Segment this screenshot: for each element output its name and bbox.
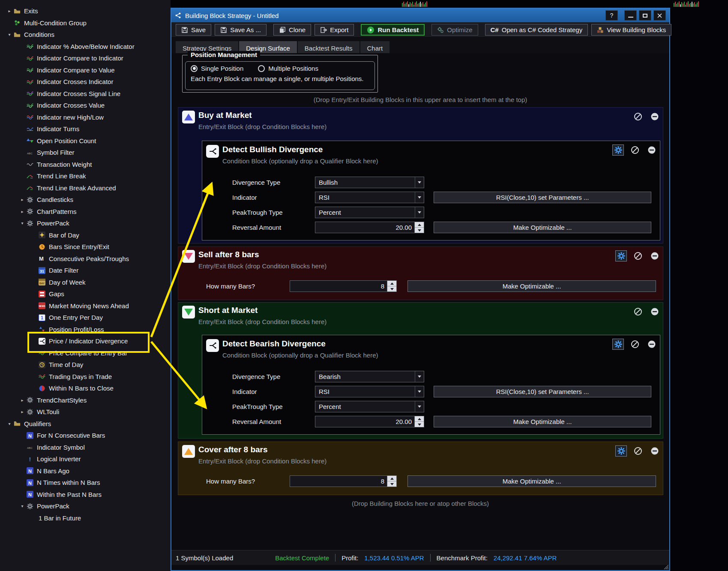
tree-item-within-n-bars-to-close[interactable]: Within N Bars to Close (0, 382, 171, 394)
spinner-down-icon[interactable] (387, 481, 396, 487)
view-building-blocks-button[interactable]: View Building Blocks (591, 24, 671, 36)
remove-block-button[interactable] (649, 306, 660, 317)
spinner-up-icon[interactable] (387, 281, 396, 286)
tree-item-day-of-week[interactable]: DAYDay of Week (0, 276, 171, 289)
tree-item-trend-line-break-advanced[interactable]: Trend Line Break Advanced (0, 182, 171, 194)
expand-arrow-icon[interactable]: ▸ (19, 409, 26, 414)
tree-item-time-of-day[interactable]: Time of Day (0, 359, 171, 371)
tree-item-price-compare-to-entry-bar[interactable]: Price Compare to Entry Bar (0, 347, 171, 359)
tree-item-indicator-above-below-indicator[interactable]: Indicator % Above/Below Indicator (0, 41, 171, 53)
settings-gear-button[interactable] (615, 445, 627, 457)
multiple-positions-radio[interactable] (258, 65, 265, 72)
remove-block-button[interactable] (649, 445, 660, 457)
tree-item-n-times-within-n-bars[interactable]: NN Times within N Bars (0, 477, 171, 489)
set-parameters-button[interactable]: RSI(Close,10) set Parameters ... (434, 386, 651, 397)
entry-block-buy-at-market[interactable]: Buy at Market Entry/Exit Block (drop Con… (178, 107, 663, 243)
tree-item-indicator-crosses-signal-line[interactable]: Indicator Crosses Signal Line (0, 88, 171, 100)
collapse-arrow-icon[interactable]: ▾ (19, 504, 26, 508)
tree-item-n-bars-ago[interactable]: NN Bars Ago (0, 465, 171, 477)
help-button[interactable]: ? (605, 10, 618, 21)
collapse-arrow-icon[interactable]: ▾ (6, 421, 13, 426)
indicator-select[interactable]: RSI (315, 192, 424, 203)
tree-item-symbol-filter[interactable]: ABCSymbol Filter (0, 147, 171, 159)
spinner-down-icon[interactable] (415, 228, 424, 233)
spinner-up-icon[interactable] (387, 476, 396, 481)
window-titlebar[interactable]: Building Block Strategy - Untitled ? (171, 9, 669, 22)
expand-arrow-icon[interactable]: ▸ (19, 197, 26, 202)
settings-gear-button[interactable] (612, 339, 624, 350)
tree-item-open-position-count[interactable]: Open Position Count (0, 135, 171, 147)
tree-item-indicator-compare-to-value[interactable]: Indicator Compare to Value (0, 64, 171, 76)
make-optimizable-button[interactable]: Make Optimizable ... (434, 222, 651, 233)
tree-item-exits[interactable]: ▸Exits (0, 5, 171, 17)
remove-condition-button[interactable] (646, 339, 657, 350)
tree-item-position-profit-loss[interactable]: Position Profit/Loss (0, 324, 171, 336)
disable-block-button[interactable] (632, 306, 644, 317)
disable-block-button[interactable] (632, 111, 644, 122)
bars-count-input[interactable]: 8 (290, 475, 397, 487)
tree-item-trading-days-in-trade[interactable]: Trading Days in Trade (0, 371, 171, 383)
clone-button[interactable]: Clone (273, 24, 311, 36)
tree-item-bar-of-day[interactable]: Bar of Day (0, 229, 171, 241)
condition-block-detect-bearish-divergence[interactable]: Detect Bearish Divergence Condition Bloc… (202, 335, 660, 435)
tree-item-powerpack[interactable]: ▾PowerPack (0, 500, 171, 512)
tree-item-powerpack[interactable]: ▾PowerPack (0, 217, 171, 229)
indicator-select[interactable]: RSI (315, 386, 424, 397)
make-optimizable-button[interactable]: Make Optimizable ... (407, 475, 656, 487)
spinner[interactable] (387, 281, 396, 292)
export-button[interactable]: Export (315, 24, 354, 36)
tree-item-within-the-past-n-bars[interactable]: NWithin the Past N Bars (0, 489, 171, 501)
spinner[interactable] (414, 416, 424, 427)
tree-item-transaction-weight[interactable]: Transaction Weight (0, 159, 171, 171)
run-backtest-button[interactable]: Run Backtest (361, 24, 425, 36)
tree-item-market-moving-news-ahead[interactable]: NEWSMarket Moving News Ahead (0, 300, 171, 312)
open-csharp-button[interactable]: C# Open as C# Coded Strategy (485, 24, 588, 36)
tree-item-1-bar-in-future[interactable]: 1 Bar in Future (0, 512, 171, 524)
expand-arrow-icon[interactable]: ▸ (6, 9, 13, 13)
make-optimizable-button[interactable]: Make Optimizable ... (407, 280, 656, 292)
single-position-radio[interactable] (191, 65, 198, 72)
bars-count-input[interactable]: 8 (290, 280, 397, 292)
set-parameters-button[interactable]: RSI(Close,10) set Parameters ... (434, 192, 651, 203)
tree-item-indicator-symbol[interactable]: ABCIndicator Symbol (0, 442, 171, 454)
spinner-down-icon[interactable] (387, 286, 396, 292)
spinner-down-icon[interactable] (415, 422, 424, 427)
entry-block-short-at-market[interactable]: Short at Market Entry/Exit Block (drop C… (178, 302, 663, 439)
peaktrough-type-select[interactable]: Percent (315, 207, 424, 218)
spinner-up-icon[interactable] (415, 416, 424, 422)
spinner-up-icon[interactable] (415, 222, 424, 228)
save-button[interactable]: Save (176, 24, 211, 36)
tree-item-gaps[interactable]: Gaps (0, 288, 171, 300)
reversal-amount-input[interactable]: 20.00 (315, 222, 424, 233)
exit-block-cover-after-8-bars[interactable]: Cover after 8 bars Entry/Exit Block (dro… (178, 442, 663, 495)
tree-item-trend-line-break[interactable]: Trend Line Break (0, 170, 171, 182)
collapse-arrow-icon[interactable]: ▾ (19, 221, 26, 225)
tree-item-qualifiers[interactable]: ▾Qualifiers (0, 418, 171, 430)
divergence-type-select[interactable]: Bearish (315, 371, 424, 382)
remove-condition-button[interactable] (646, 144, 657, 156)
disable-condition-button[interactable] (629, 144, 641, 156)
expand-arrow-icon[interactable]: ▸ (19, 398, 26, 403)
disable-block-button[interactable] (632, 445, 644, 457)
divergence-type-select[interactable]: Bullish (315, 177, 424, 188)
maximize-button[interactable] (639, 10, 651, 21)
tree-item-candlesticks[interactable]: ▸Candlesticks (0, 194, 171, 206)
save-as-button[interactable]: Save As ... (215, 24, 267, 36)
tree-item-indicator-crosses-indicator[interactable]: Indicator Crosses Indicator (0, 76, 171, 88)
condition-block-detect-bullish-divergence[interactable]: Detect Bullish Divergence Condition Bloc… (202, 141, 660, 240)
settings-gear-button[interactable] (615, 250, 627, 261)
remove-block-button[interactable] (649, 111, 660, 122)
optimize-button[interactable]: Optimize (431, 24, 478, 36)
resize-grip[interactable] (663, 564, 669, 570)
tree-item-logical-inverter[interactable]: !Logical Inverter (0, 453, 171, 465)
disable-block-button[interactable] (632, 250, 644, 261)
spinner[interactable] (387, 476, 396, 487)
reversal-amount-input[interactable]: 20.00 (315, 416, 424, 427)
tree-item-price-indicator-divergence[interactable]: Price / Indicator Divergence (0, 335, 171, 347)
remove-block-button[interactable] (649, 250, 660, 261)
tree-item-date-filter[interactable]: 31Date Filter (0, 264, 171, 276)
tree-item-for-n-consecutive-bars[interactable]: NFor N Consecutive Bars (0, 430, 171, 442)
exit-block-sell-after-8-bars[interactable]: Sell after 8 bars Entry/Exit Block (drop… (178, 246, 663, 300)
expand-arrow-icon[interactable]: ▸ (19, 209, 26, 214)
tree-item-indicator-crosses-value[interactable]: Indicator Crosses Value (0, 99, 171, 111)
